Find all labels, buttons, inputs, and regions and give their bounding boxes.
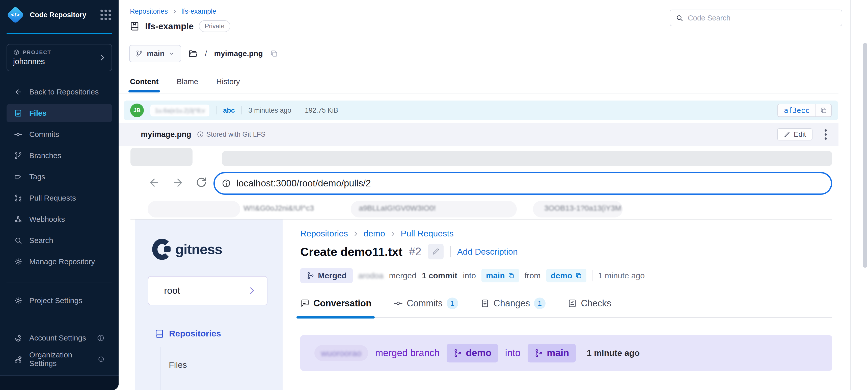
sidebar-item-commits[interactable]: Commits — [6, 125, 112, 143]
module-grid-icon[interactable] — [100, 9, 111, 20]
info-icon — [97, 334, 104, 342]
pr-number: #2 — [409, 245, 422, 258]
content-right-border — [850, 0, 850, 390]
sidebar-item-search[interactable]: Search — [6, 231, 112, 250]
edit-title-button[interactable] — [428, 244, 443, 259]
banner-target-branch-chip[interactable]: main — [528, 344, 576, 362]
tab-content[interactable]: Content — [130, 77, 158, 91]
breadcrumb-repositories-link[interactable]: Repositories — [130, 7, 168, 16]
copy-icon — [820, 107, 827, 114]
gitness-breadcrumb-repo[interactable]: demo — [364, 229, 385, 239]
merged-branch-banner: wuoroorao merged branch demo into main 1… — [300, 335, 832, 371]
app-window: </> Code Repository PROJECT johannes Bac… — [0, 0, 868, 390]
sidebar-item-tags[interactable]: Tags — [6, 168, 112, 186]
repo-title-row: lfs-example Private — [130, 20, 230, 32]
chevron-right-icon — [172, 9, 177, 15]
edit-button[interactable]: Edit — [777, 128, 812, 140]
gitness-space-selector[interactable]: root — [148, 276, 268, 305]
branch-icon — [136, 50, 143, 57]
pr-merge-info-row: Merged arodoa merged 1 commit into main … — [300, 268, 645, 283]
pull-request-icon — [14, 194, 22, 202]
sidebar-item-pull-requests[interactable]: Pull Requests — [6, 189, 112, 207]
target-branch-chip[interactable]: main — [482, 269, 519, 282]
search-icon — [14, 236, 22, 245]
tab-checks[interactable]: Checks — [568, 298, 611, 309]
browser-address-bar: localhost:3000/root/demo/pulls/2 — [214, 172, 832, 195]
browser-tabstrip-fragment — [130, 148, 192, 166]
commit-sha-link[interactable]: af3ecc — [778, 106, 815, 115]
page-title: lfs-example — [145, 21, 194, 31]
gitness-nav-files[interactable]: Files — [169, 360, 187, 370]
webhook-icon — [14, 215, 22, 223]
breadcrumb-current-link[interactable]: lfs-example — [181, 7, 216, 16]
browser-reload-icon — [195, 176, 207, 188]
file-icon — [14, 109, 22, 117]
source-branch-chip[interactable]: demo — [546, 269, 586, 282]
page-scrollbar[interactable] — [863, 43, 867, 268]
commit-message-link[interactable]: abc — [223, 107, 235, 114]
sidebar-item-account-settings[interactable]: Account Settings — [6, 329, 112, 347]
gitness-page: gitness root Repositories Files Reposito… — [130, 220, 832, 390]
file-header-bar: myimage.png Stored with Git LFS Edit — [119, 123, 838, 146]
sidebar-header: </> Code Repository — [0, 0, 119, 29]
image-preview: localhost:3000/root/demo/pulls/2 W!!&G0o… — [130, 146, 832, 390]
gitness-breadcrumb-repositories[interactable]: Repositories — [300, 229, 348, 239]
tag-icon — [14, 173, 22, 181]
file-navigation-row: main / myimage.png — [129, 45, 278, 62]
tab-conversation[interactable]: Conversation — [300, 298, 371, 309]
pencil-icon — [432, 248, 440, 256]
gitness-logo: gitness — [152, 239, 222, 260]
sidebar-item-project-settings[interactable]: Project Settings — [6, 291, 112, 310]
tab-commits[interactable]: Commits 1 — [394, 298, 458, 309]
visibility-badge: Private — [199, 20, 230, 32]
branch-selector[interactable]: main — [129, 45, 181, 62]
sidebar-nav: Back to Repositories Files Commits Branc… — [0, 83, 119, 368]
merge-author-redacted: arodoa — [358, 271, 383, 280]
bookmark-text-redacted: W!!&G0oJ2ni&!Ul^c3 — [244, 204, 314, 213]
cube-icon — [13, 49, 20, 56]
add-description-link[interactable]: Add Description — [457, 247, 518, 257]
sidebar-item-manage-repository[interactable]: Manage Repository — [6, 253, 112, 271]
tab-history[interactable]: History — [216, 77, 240, 91]
sidebar: </> Code Repository PROJECT johannes Bac… — [0, 0, 119, 390]
sidebar-item-organization-settings[interactable]: Organization Settings — [6, 350, 112, 368]
tab-changes[interactable]: Changes 1 — [480, 298, 546, 309]
sidebar-item-files[interactable]: Files — [6, 104, 112, 122]
code-search — [670, 9, 842, 26]
app-title: Code Repository — [30, 11, 86, 19]
copy-icon[interactable] — [270, 50, 278, 58]
banner-source-branch-chip[interactable]: demo — [446, 344, 498, 362]
git-merge-icon — [306, 272, 314, 280]
more-options-icon[interactable] — [825, 129, 827, 140]
arrow-left-icon — [14, 88, 22, 96]
sidebar-item-back-to-repositories[interactable]: Back to Repositories — [6, 83, 112, 101]
project-label: PROJECT — [23, 49, 51, 55]
browser-tabstrip-fragment — [222, 151, 832, 166]
code-search-input[interactable] — [688, 14, 836, 22]
active-tab-underline — [297, 316, 375, 318]
gitness-nav-repositories[interactable]: Repositories — [155, 329, 221, 338]
copy-sha-button[interactable] — [815, 104, 831, 116]
gitness-breadcrumb: Repositories demo Pull Requests — [300, 229, 454, 239]
project-selector[interactable]: PROJECT johannes — [6, 44, 112, 71]
branch-icon — [453, 349, 462, 358]
latest-commit-bar: JB 1u.6a(e1u.2)3j^8;v abc 3 minutes ago … — [124, 101, 838, 120]
bookmark-text-redacted: a9BLLaIG!GV0W3IO0! — [359, 204, 436, 213]
code-repository-logo-icon: </> — [6, 6, 25, 24]
book-icon — [155, 329, 164, 338]
pr-tabs: Conversation Commits 1 Changes 1 Ch — [300, 298, 611, 309]
browser-back-icon — [148, 176, 160, 189]
pr-title-row: Create demo11.txt #2 Add Description — [300, 244, 518, 259]
commit-sha-chip: af3ecc — [777, 104, 832, 117]
commits-count-badge: 1 — [446, 298, 458, 309]
sidebar-divider — [6, 321, 112, 321]
sidebar-item-branches[interactable]: Branches — [6, 146, 112, 165]
sidebar-item-webhooks[interactable]: Webhooks — [6, 210, 112, 228]
folder-icon — [188, 49, 198, 58]
tab-blame[interactable]: Blame — [177, 77, 198, 91]
search-icon — [676, 14, 683, 22]
book-icon — [130, 21, 140, 31]
gitness-breadcrumb-section[interactable]: Pull Requests — [401, 229, 454, 239]
copy-icon — [575, 272, 582, 279]
gear-icon — [14, 258, 22, 266]
